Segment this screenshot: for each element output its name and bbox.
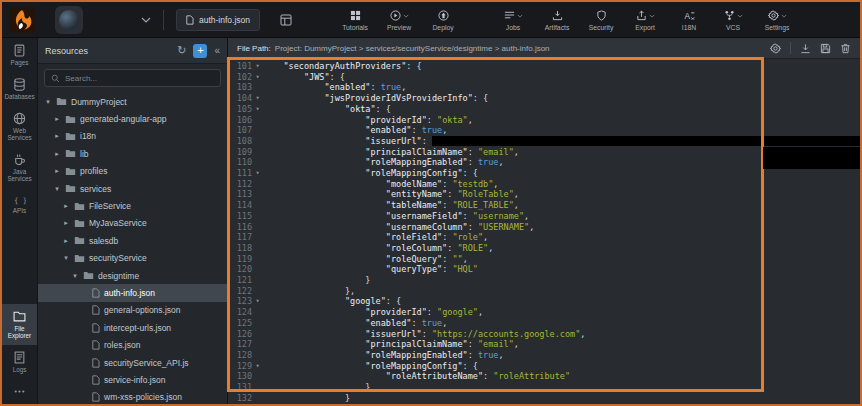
code-line-115[interactable]: 115 "usernameField": "username", [228, 211, 860, 222]
line-number: 122 [228, 286, 252, 297]
topbar-action-deploy[interactable]: Deploy [422, 9, 464, 31]
tree-item-MyJavaService[interactable]: ▸MyJavaService [38, 215, 227, 232]
chevron-down-icon[interactable]: ▾ [44, 98, 52, 106]
code-line-106[interactable]: 106 "providerId": "okta", [228, 115, 860, 126]
code-line-129[interactable]: 129▾ "roleMappingConfig": { [228, 361, 860, 372]
topbar-action-security[interactable]: Security [580, 9, 622, 31]
project-avatar[interactable] [55, 6, 83, 34]
tree-item-profiles[interactable]: ▸profiles [38, 163, 227, 180]
code-line-132[interactable]: 132 } [228, 393, 860, 404]
chevron-right-icon[interactable]: ▸ [53, 167, 61, 175]
code-line-128[interactable]: 128 "roleMappingEnabled": true, [228, 350, 860, 361]
tree-item-lib[interactable]: ▸lib [38, 145, 227, 162]
sidebar-item-pages[interactable]: Pages [2, 38, 37, 72]
fold-toggle-icon[interactable]: ▾ [252, 361, 263, 372]
topbar-action-export[interactable]: Export [624, 9, 666, 31]
topbar-action-preview[interactable]: Preview [378, 9, 420, 31]
topbar-action-i18n[interactable]: AI18N [668, 9, 710, 31]
gear-icon[interactable] [770, 43, 781, 54]
tree-item-FileService[interactable]: ▸FileService [38, 197, 227, 214]
dashboard-grid-icon[interactable] [280, 14, 292, 26]
download-icon[interactable] [800, 43, 811, 54]
fold-toggle-icon[interactable]: ▾ [252, 104, 263, 115]
chevron-down-icon[interactable]: ▾ [71, 272, 79, 280]
wavemaker-logo-icon[interactable] [9, 7, 35, 33]
save-icon[interactable] [820, 43, 831, 54]
tree-item-salesdb[interactable]: ▸salesdb [38, 232, 227, 249]
tree-item-generated-angular-app[interactable]: ▸generated-angular-app [38, 110, 227, 127]
tree-item-service-info.json[interactable]: service-info.json [38, 371, 227, 388]
tree-item-label: securityService_API.js [104, 358, 189, 368]
topbar-action-tutorials[interactable]: Tutorials [334, 9, 376, 31]
tree-item-i18n[interactable]: ▸i18n [38, 128, 227, 145]
search-input[interactable] [65, 74, 214, 83]
tree-item-designtime[interactable]: ▾designtime [38, 267, 227, 284]
code-line-116[interactable]: 116 "usernameColumn": "USERNAME", [228, 222, 860, 233]
topbar-action-artifacts[interactable]: Artifacts [536, 9, 578, 31]
code-line-102[interactable]: 102▾ "JWS": { [228, 72, 860, 83]
tree-item-general-options.json[interactable]: general-options.json [38, 302, 227, 319]
code-line-122[interactable]: 122 }, [228, 286, 860, 297]
chevron-down-icon[interactable]: ▾ [53, 185, 61, 193]
sidebar-item-java-services[interactable]: Java Services [2, 147, 37, 188]
code-line-125[interactable]: 125 "enabled": true, [228, 318, 860, 329]
code-line-117[interactable]: 117 "roleField": "role", [228, 232, 860, 243]
chevron-right-icon[interactable]: ▸ [53, 150, 61, 158]
code-line-101[interactable]: 101▾ "secondaryAuthProviders": { [228, 61, 860, 72]
sidebar-item-apis[interactable]: { }APIs [2, 188, 37, 220]
code-line-123[interactable]: 123▾ "google": { [228, 296, 860, 307]
trash-icon[interactable] [840, 43, 851, 54]
code-line-124[interactable]: 124 "providerId": "google", [228, 307, 860, 318]
chevron-right-icon[interactable]: ▸ [62, 219, 70, 227]
chevron-right-icon[interactable]: ▸ [53, 132, 61, 140]
fold-toggle-icon[interactable]: ▾ [252, 72, 263, 83]
code-line-119[interactable]: 119 "roleQuery": "", [228, 254, 860, 265]
code-line-104[interactable]: 104▾ "jwsProviderIdVsProviderInfo": { [228, 93, 860, 104]
fold-toggle-icon[interactable]: ▾ [252, 93, 263, 104]
sidebar-item-web-services[interactable]: Web Services [2, 106, 37, 147]
code-line-120[interactable]: 120 "queryType": "HQL" [228, 264, 860, 275]
code-line-131[interactable]: 131 } [228, 382, 860, 393]
code-line-118[interactable]: 118 "roleColumn": "ROLE", [228, 243, 860, 254]
add-resource-button[interactable]: + [193, 44, 207, 58]
sidebar-item-file-explorer[interactable]: File Explorer [2, 304, 37, 345]
tree-item-auth-info.json[interactable]: auth-info.json [38, 284, 227, 301]
topbar-action-jobs[interactable]: Jobs [492, 9, 534, 31]
tree-item-securityService_API.js[interactable]: securityService_API.js [38, 354, 227, 371]
topbar-action-vcs[interactable]: VCS [712, 9, 754, 31]
code-line-112[interactable]: 112 "modelName": "testdb", [228, 179, 860, 190]
code-line-103[interactable]: 103 "enabled": true, [228, 82, 860, 93]
sidebar-item-databases[interactable]: Databases [2, 72, 37, 106]
fold-toggle-icon[interactable]: ▾ [252, 61, 263, 72]
project-switcher-chevron-down-icon[interactable] [141, 17, 151, 23]
code-line-114[interactable]: 114 "tableName": "ROLE_TABLE", [228, 200, 860, 211]
fold-toggle-icon[interactable]: ▾ [252, 296, 263, 307]
code-line-126[interactable]: 126 "issuerUrl": "https://accounts.googl… [228, 329, 860, 340]
code-line-127[interactable]: 127 "principalClaimName": "email", [228, 339, 860, 350]
code-line-108[interactable]: 108 "issuerUrl": [228, 136, 860, 147]
code-area[interactable]: 101▾ "secondaryAuthProviders": {102▾ "JW… [228, 59, 860, 404]
sidebar-item-more[interactable] [2, 379, 37, 404]
chevron-right-icon[interactable]: ▸ [53, 115, 61, 123]
chevron-right-icon[interactable]: ▸ [62, 202, 70, 210]
tree-item-intercept-urls.json[interactable]: intercept-urls.json [38, 319, 227, 336]
code-line-105[interactable]: 105▾ "okta": { [228, 104, 860, 115]
tree-item-wm-xss-policies.json[interactable]: wm-xss-policies.json [38, 389, 227, 404]
open-file-tab[interactable]: auth-info.json [176, 9, 260, 31]
chevron-right-icon[interactable]: ▸ [62, 237, 70, 245]
code-line-111[interactable]: 111▾ "roleMappingConfig": { [228, 168, 860, 179]
code-line-107[interactable]: 107 "enabled": true, [228, 125, 860, 136]
refresh-icon[interactable]: ↻ [177, 45, 186, 56]
topbar-action-settings[interactable]: Settings [756, 9, 798, 31]
code-line-130[interactable]: 130 "roleAttributeName": "roleAttribute" [228, 371, 860, 382]
code-line-113[interactable]: 113 "entityName": "RoleTable", [228, 189, 860, 200]
fold-toggle-icon[interactable]: ▾ [252, 168, 263, 179]
tree-item-securityService[interactable]: ▾securityService [38, 250, 227, 267]
sidebar-item-logs[interactable]: Logs [2, 345, 37, 379]
chevron-down-icon[interactable]: ▾ [62, 254, 70, 262]
tree-item-DummyProject[interactable]: ▾DummyProject [38, 93, 227, 110]
tree-item-roles.json[interactable]: roles.json [38, 336, 227, 353]
collapse-panel-icon[interactable]: « [214, 45, 220, 56]
code-line-121[interactable]: 121 } [228, 275, 860, 286]
tree-item-services[interactable]: ▾services [38, 180, 227, 197]
